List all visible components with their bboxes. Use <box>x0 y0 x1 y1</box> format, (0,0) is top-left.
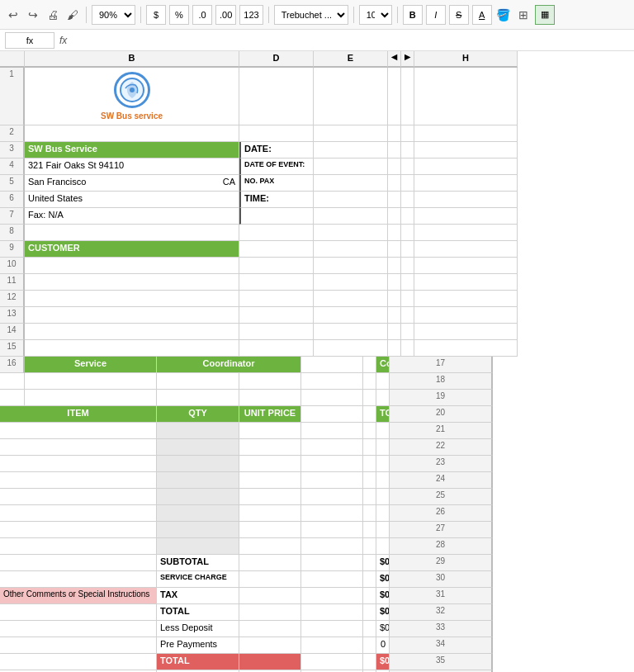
bold-btn[interactable]: B <box>403 5 423 25</box>
r23-qty[interactable] <box>157 472 239 489</box>
time-value[interactable] <box>314 192 388 208</box>
r21-total[interactable] <box>376 439 390 456</box>
r2-e[interactable] <box>314 125 388 142</box>
r17-e[interactable] <box>239 373 301 390</box>
service-charge-value[interactable]: $0.00 <box>376 571 390 588</box>
date-value-cell[interactable] <box>314 142 388 159</box>
font-select[interactable]: Trebuchet ... <box>274 5 348 25</box>
r22-total[interactable] <box>376 456 390 472</box>
r17-h[interactable] <box>376 373 390 390</box>
r15-e[interactable] <box>314 340 388 357</box>
r25-total[interactable] <box>376 505 390 522</box>
r6-h[interactable] <box>414 192 518 208</box>
no-pax-value[interactable] <box>314 175 388 192</box>
r2-d[interactable] <box>239 125 314 142</box>
r18-e[interactable] <box>239 390 301 406</box>
r24-up[interactable] <box>239 489 301 505</box>
r21-qty[interactable] <box>157 439 239 456</box>
r10-h[interactable] <box>414 258 518 274</box>
r11-e[interactable] <box>314 274 388 291</box>
r14-b[interactable] <box>25 324 239 340</box>
underline-btn[interactable]: A <box>472 5 492 25</box>
r18-c[interactable] <box>25 390 157 406</box>
redo-icon[interactable]: ↪ <box>25 7 41 23</box>
total-value[interactable]: $0.00 <box>376 604 390 621</box>
r8-e[interactable] <box>314 225 388 241</box>
r4-h[interactable] <box>414 159 518 175</box>
fax-cell[interactable]: Fax: N/A <box>25 208 239 225</box>
print-icon[interactable]: 🖨 <box>45 7 61 23</box>
paint-icon[interactable]: 🖌 <box>64 7 81 23</box>
r24-qty[interactable] <box>157 489 239 505</box>
col-header-nav2[interactable]: ▶ <box>401 51 414 68</box>
r27-total[interactable] <box>376 538 390 555</box>
r26-total[interactable] <box>376 522 390 538</box>
col-header-nav1[interactable]: ◀ <box>388 51 401 68</box>
r29-b[interactable] <box>0 571 157 588</box>
r2-h[interactable] <box>414 125 518 142</box>
r27-item[interactable] <box>0 538 157 555</box>
r5-h[interactable] <box>414 175 518 192</box>
r31-b[interactable] <box>0 604 157 621</box>
r10-b[interactable] <box>25 258 239 274</box>
r11-h[interactable] <box>414 274 518 291</box>
r15-d[interactable] <box>239 340 314 357</box>
r11-d[interactable] <box>239 274 314 291</box>
r23-item[interactable] <box>0 472 157 489</box>
r21-up[interactable] <box>239 439 301 456</box>
r27-up[interactable] <box>239 538 301 555</box>
comments-label-cell[interactable]: Other Comments or Special Instructions <box>0 588 157 604</box>
r10-e[interactable] <box>314 258 388 274</box>
final-total-value[interactable]: $0.00 <box>376 654 390 670</box>
r8-b[interactable] <box>25 225 239 241</box>
r18-h[interactable] <box>376 390 390 406</box>
r11-b[interactable] <box>25 274 239 291</box>
r12-d[interactable] <box>239 291 314 307</box>
undo-icon[interactable]: ↩ <box>5 7 21 23</box>
r20-item[interactable] <box>0 423 157 439</box>
r17-d[interactable] <box>157 373 239 390</box>
r13-e[interactable] <box>314 307 388 324</box>
r20-total[interactable] <box>376 423 390 439</box>
r7-e[interactable] <box>314 208 388 225</box>
r8-d[interactable] <box>239 225 314 241</box>
r26-up[interactable] <box>239 522 301 538</box>
r24-total[interactable] <box>376 489 390 505</box>
r27-qty[interactable] <box>157 538 239 555</box>
r9-e[interactable] <box>314 241 388 258</box>
r22-up[interactable] <box>239 456 301 472</box>
country-cell[interactable]: United States <box>25 192 239 208</box>
r8-h[interactable] <box>414 225 518 241</box>
r17-c[interactable] <box>25 373 157 390</box>
decimal00-btn[interactable]: .00 <box>215 5 236 25</box>
r33-b[interactable] <box>0 637 157 654</box>
r25-up[interactable] <box>239 505 301 522</box>
italic-btn[interactable]: I <box>426 5 446 25</box>
r7-h[interactable] <box>414 208 518 225</box>
less-deposit-value[interactable]: $0 <box>376 621 390 637</box>
r10-d[interactable] <box>239 258 314 274</box>
font-size-select[interactable]: 10 <box>359 5 392 25</box>
r26-item[interactable] <box>0 522 157 538</box>
r23-up[interactable] <box>239 472 301 489</box>
r22-item[interactable] <box>0 456 157 472</box>
r25-qty[interactable] <box>157 505 239 522</box>
customer-label-cell[interactable]: CUSTOMER <box>25 241 239 258</box>
decimal0-btn[interactable]: .0 <box>192 5 212 25</box>
r13-b[interactable] <box>25 307 239 324</box>
r28-b[interactable] <box>0 555 157 571</box>
percent-btn[interactable]: % <box>169 5 189 25</box>
r15-h[interactable] <box>414 340 518 357</box>
city-cell[interactable]: San FranciscoCA <box>25 175 239 192</box>
r20-up[interactable] <box>239 423 301 439</box>
active-format-btn[interactable]: ▦ <box>535 5 555 25</box>
r22-qty[interactable] <box>157 456 239 472</box>
r17-b[interactable] <box>0 373 25 390</box>
r2-b[interactable] <box>25 125 239 142</box>
r14-h[interactable] <box>414 324 518 340</box>
formula-input[interactable] <box>72 32 629 49</box>
r34-b[interactable] <box>0 654 157 670</box>
r23-total[interactable] <box>376 472 390 489</box>
subtotal-value[interactable]: $0.00 <box>376 555 390 571</box>
currency-btn[interactable]: $ <box>146 5 166 25</box>
